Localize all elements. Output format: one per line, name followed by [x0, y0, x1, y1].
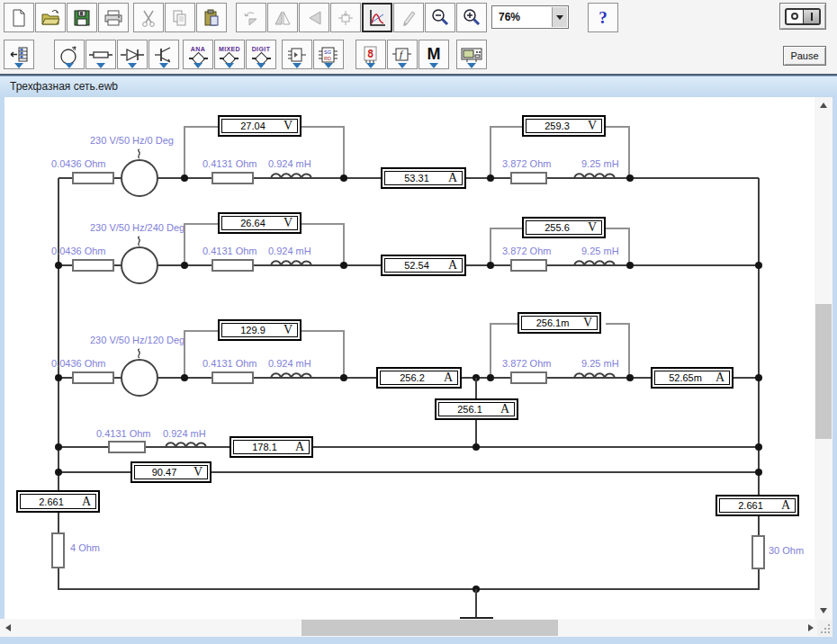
component-label: 9.25 mH [581, 358, 619, 369]
scroll-up-icon[interactable] [820, 103, 827, 108]
logic-gates-bin-button[interactable] [282, 40, 312, 69]
inductor-icon[interactable] [573, 169, 616, 180]
scroll-down-icon[interactable] [820, 608, 827, 613]
voltmeter[interactable]: 129.9V [218, 319, 302, 341]
voltmeter-lead [606, 323, 630, 325]
bin-dropdown-arrow [292, 63, 302, 68]
junction-node [55, 469, 62, 476]
scroll-left-icon[interactable] [5, 624, 11, 631]
mixed-ics-bin-button[interactable]: MIXED [214, 40, 245, 69]
ac-source[interactable] [121, 159, 158, 197]
ammeter[interactable]: 52.54A [381, 255, 466, 276]
resistor[interactable] [72, 371, 114, 384]
help-button[interactable]: ? [588, 3, 618, 32]
power-switch-button[interactable] [779, 3, 826, 30]
bin-dropdown-arrow [14, 63, 23, 68]
source-label: 230 V/50 Hz/0 Deg [90, 135, 174, 146]
analog-ics-bin-button[interactable]: ANA [183, 40, 213, 69]
zoom-dropdown-arrow[interactable] [552, 7, 567, 27]
zoom-out-button[interactable] [425, 3, 455, 32]
ammeter[interactable]: 53.31A [381, 167, 466, 189]
save-button[interactable] [67, 3, 97, 32]
horizontal-scroll-thumb[interactable] [302, 620, 558, 636]
ammeter[interactable]: 2.661A [16, 490, 100, 513]
transistor-icon [153, 45, 175, 65]
scroll-right-icon[interactable] [808, 624, 814, 631]
pause-button[interactable]: Pause [783, 46, 826, 66]
transistors-bin-button[interactable] [148, 40, 179, 69]
indicators-bin-button[interactable]: 8 [356, 40, 386, 69]
instruments-bin-button[interactable] [456, 40, 487, 69]
miscellaneous-bin-button[interactable]: M [418, 40, 449, 69]
resistor[interactable] [212, 259, 254, 272]
voltmeter-lead [343, 126, 345, 178]
resistor[interactable] [510, 371, 547, 384]
document-title-bar: Трехфазная сеть.ewb [0, 76, 837, 97]
bin-dropdown-arrow [324, 63, 333, 68]
main-toolbar: 76% ? [0, 3, 837, 32]
analysis-graph-button[interactable] [362, 3, 392, 32]
ground-stem [475, 589, 477, 618]
resistor[interactable] [212, 371, 254, 384]
inductor-icon[interactable] [573, 369, 616, 380]
vertical-scrollbar[interactable] [814, 97, 832, 619]
paste-button[interactable] [196, 3, 227, 32]
zoom-level-select[interactable]: 76% [491, 5, 569, 29]
ammeter[interactable]: 256.1A [435, 398, 518, 420]
ammeter[interactable]: 256.2A [376, 367, 462, 389]
voltmeter[interactable]: 256.1mV [518, 312, 601, 334]
open-button[interactable] [35, 3, 66, 32]
component-label: 0.4131 Ohm [202, 158, 257, 169]
schematic-canvas[interactable]: 230 V/50 Hz/0 Deg 0.0436 Ohm 0.4131 Ohm … [4, 97, 814, 619]
window-frame-bottom [0, 637, 837, 644]
inductor-icon[interactable] [270, 256, 312, 267]
voltmeter[interactable]: 255.6V [522, 217, 606, 238]
digital-ics-bin-button[interactable]: DIGIT [246, 40, 276, 69]
ac-source[interactable] [121, 359, 158, 397]
junction-node [755, 443, 762, 451]
new-button[interactable] [4, 3, 34, 32]
subcircuit-button[interactable] [330, 3, 361, 32]
ammeter[interactable]: 178.1A [230, 436, 313, 458]
resistor[interactable] [72, 172, 114, 184]
resistor[interactable] [510, 172, 547, 184]
flip-vertical-button[interactable] [299, 3, 329, 32]
inductor-icon[interactable] [270, 169, 312, 180]
flip-horizontal-button[interactable] [267, 3, 298, 32]
junction-node [487, 374, 494, 381]
ammeter[interactable]: 2.661A [716, 495, 799, 516]
voltmeter-lead [184, 126, 185, 178]
zoom-in-button[interactable] [456, 3, 487, 32]
inductor-icon[interactable] [165, 438, 207, 449]
horizontal-scrollbar[interactable] [0, 619, 819, 637]
graph-icon [367, 8, 387, 28]
resistor[interactable] [51, 532, 65, 568]
favorites-bin-button[interactable] [4, 40, 34, 69]
print-button[interactable] [98, 3, 129, 32]
basic-bin-button[interactable] [86, 40, 116, 69]
controls-bin-button[interactable]: f [387, 40, 418, 69]
ac-source[interactable] [121, 246, 158, 284]
voltmeter[interactable]: 90.47V [130, 461, 212, 483]
resistor[interactable] [510, 259, 547, 272]
copy-button[interactable] [165, 3, 195, 32]
voltmeter[interactable]: 27.04V [218, 115, 302, 137]
vertical-scroll-thumb[interactable] [815, 304, 832, 439]
diodes-bin-button[interactable] [117, 40, 148, 69]
resistor[interactable] [72, 259, 114, 272]
sources-bin-button[interactable] [54, 40, 85, 69]
component-label: 0.0436 Ohm [51, 158, 106, 169]
digital-bin-button[interactable]: SGRD [313, 40, 344, 69]
rotate-button[interactable] [236, 3, 266, 32]
cut-button[interactable] [133, 3, 164, 32]
inductor-icon[interactable] [270, 369, 312, 380]
resize-grip[interactable] [817, 621, 832, 636]
inductor-icon[interactable] [573, 256, 616, 267]
component-properties-button[interactable] [393, 3, 424, 32]
voltmeter[interactable]: 259.3V [522, 115, 606, 137]
resistor[interactable] [212, 172, 254, 184]
ammeter[interactable]: 52.65mA [651, 367, 734, 389]
voltmeter[interactable]: 26.64V [218, 212, 302, 234]
resistor[interactable] [108, 441, 146, 453]
resistor[interactable] [752, 535, 765, 569]
